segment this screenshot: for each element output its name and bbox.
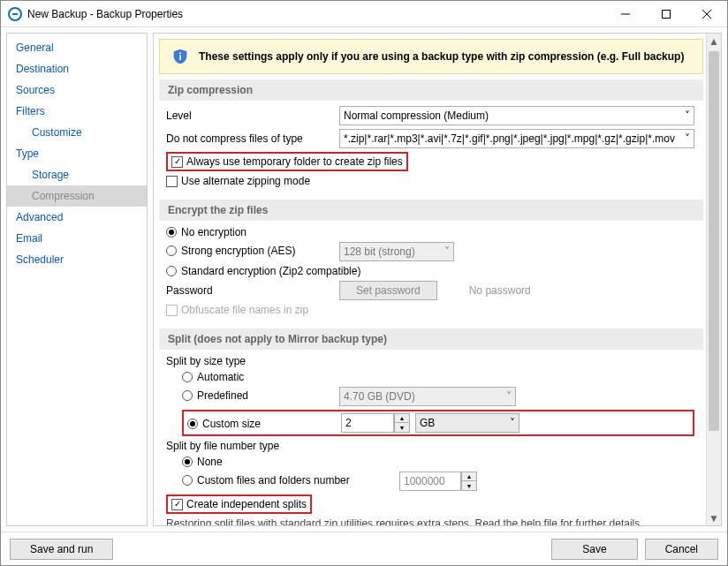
minimize-button[interactable] <box>605 1 646 27</box>
radio-icon <box>166 266 177 276</box>
predef-size-value: 4.70 GB (DVD) <box>344 390 415 403</box>
close-button[interactable] <box>686 1 727 27</box>
obfuscate-checkbox: Obfuscate file names in zip <box>166 304 308 316</box>
altmode-checkbox[interactable]: Use alternate zipping mode <box>166 175 310 187</box>
app-icon <box>8 7 22 21</box>
sidebar-item-advanced[interactable]: Advanced <box>7 207 147 228</box>
radio-icon <box>182 457 193 467</box>
footer: Save and run Save Cancel <box>1 532 727 565</box>
checkbox-icon <box>166 305 178 316</box>
custom-size-input[interactable] <box>341 413 394 433</box>
cancel-button[interactable]: Cancel <box>645 539 718 560</box>
split-custom-radio[interactable]: Custom size <box>187 418 261 430</box>
split-customfiles-radio[interactable]: Custom files and folders number <box>182 474 350 487</box>
encryption-none-label: No encryption <box>181 226 246 238</box>
sidebar-item-storage[interactable]: Storage <box>7 164 147 185</box>
predef-size-select: 4.70 GB (DVD) ˅ <box>339 387 516 406</box>
nocompress-value: *.zip|*.rar|*.mp3|*.avi|*.7z|*.gif|*.png… <box>344 132 675 145</box>
split-predef-label: Predefined <box>197 389 248 402</box>
nocompress-select[interactable]: *.zip|*.rar|*.mp3|*.avi|*.7z|*.gif|*.png… <box>339 129 694 148</box>
sidebar-item-destination[interactable]: Destination <box>7 58 147 79</box>
svg-rect-1 <box>12 13 18 15</box>
section-split-header: Split (does not apply to Mirror backup t… <box>159 328 703 350</box>
level-label: Level <box>166 109 334 122</box>
radio-icon <box>182 390 193 401</box>
indep-splits-label: Create independent splits <box>186 498 307 510</box>
svg-point-6 <box>179 52 181 54</box>
sidebar-item-compression[interactable]: Compression <box>7 185 147 207</box>
sidebar-item-scheduler[interactable]: Scheduler <box>7 249 147 270</box>
spin-down-icon[interactable]: ▼ <box>395 423 409 432</box>
sidebar-item-email[interactable]: Email <box>7 228 147 249</box>
titlebar: New Backup - Backup Properties <box>1 1 727 27</box>
split-none-label: None <box>197 456 223 468</box>
section-zip-header: Zip compression <box>159 79 703 101</box>
custom-size-spinner[interactable]: ▲▼ <box>341 413 410 433</box>
scroll-up-icon[interactable]: ▲ <box>707 34 721 49</box>
level-select[interactable]: Normal compression (Medium) ˅ <box>339 106 694 125</box>
split-auto-radio[interactable]: Automatic <box>182 371 244 383</box>
radio-icon <box>182 372 193 382</box>
chevron-down-icon: ˅ <box>444 245 450 258</box>
password-label: Password <box>166 284 334 297</box>
split-filenum-label: Split by file number type <box>166 440 694 452</box>
maximize-button[interactable] <box>646 1 686 27</box>
indep-splits-checkbox[interactable]: Create independent splits <box>171 498 307 510</box>
highlight-temp-folder: Always use temporary folder to create zi… <box>166 152 408 171</box>
split-customfiles-label: Custom files and folders number <box>197 474 350 487</box>
sidebar-item-general[interactable]: General <box>7 37 147 58</box>
custom-size-unit-select[interactable]: GB ˅ <box>415 413 519 433</box>
split-none-radio[interactable]: None <box>182 456 223 468</box>
altmode-label: Use alternate zipping mode <box>181 175 310 187</box>
encryption-aes-label: Strong encryption (AES) <box>181 245 295 257</box>
split-predef-radio[interactable]: Predefined <box>182 389 248 402</box>
chevron-down-icon: ˅ <box>510 417 515 429</box>
save-button[interactable]: Save <box>551 539 637 560</box>
split-custom-label: Custom size <box>202 418 261 430</box>
info-icon <box>172 49 188 64</box>
chevron-down-icon: ˅ <box>685 132 690 145</box>
checkbox-icon <box>171 156 183 168</box>
sidebar-item-customize[interactable]: Customize <box>7 122 147 143</box>
chevron-down-icon: ˅ <box>506 390 512 403</box>
set-password-button: Set password <box>339 281 437 300</box>
nocompress-label: Do not compress files of type <box>166 132 334 145</box>
split-note: Restoring split files with standard zip … <box>166 517 694 525</box>
scrollbar[interactable]: ▲ ▼ <box>706 34 721 525</box>
info-banner: These settings apply only if you are usi… <box>159 39 703 74</box>
customfiles-input <box>399 472 461 491</box>
sidebar-item-filters[interactable]: Filters <box>7 101 147 122</box>
save-and-run-button[interactable]: Save and run <box>10 539 113 560</box>
level-value: Normal compression (Medium) <box>344 109 489 122</box>
spin-up-icon[interactable]: ▲ <box>395 414 409 423</box>
checkbox-icon <box>166 176 178 187</box>
sidebar-item-sources[interactable]: Sources <box>7 79 147 101</box>
sidebar: General Destination Sources Filters Cust… <box>6 33 148 526</box>
customfiles-spinner: ▲▼ <box>399 472 477 491</box>
highlight-custom-size: Custom size ▲▼ GB ˅ <box>182 410 694 436</box>
encryption-none-radio[interactable]: No encryption <box>166 226 246 238</box>
temp-folder-checkbox[interactable]: Always use temporary folder to create zi… <box>171 155 403 168</box>
scrollbar-thumb[interactable] <box>709 51 719 431</box>
custom-size-unit-value: GB <box>420 417 435 429</box>
spin-up-icon: ▲ <box>462 472 476 481</box>
aes-bits-select: 128 bit (strong) ˅ <box>339 242 454 261</box>
window-title: New Backup - Backup Properties <box>27 8 605 20</box>
section-encrypt-header: Encrypt the zip files <box>159 200 703 221</box>
svg-rect-7 <box>179 55 181 60</box>
encryption-aes-radio[interactable]: Strong encryption (AES) <box>166 245 295 257</box>
radio-icon <box>187 419 198 429</box>
banner-text: These settings apply only if you are usi… <box>199 50 684 63</box>
encryption-zip2-label: Standard encryption (Zip2 compatible) <box>181 265 360 277</box>
scroll-down-icon[interactable]: ▼ <box>707 510 721 525</box>
split-auto-label: Automatic <box>197 371 244 383</box>
highlight-indep-splits: Create independent splits <box>166 494 312 514</box>
aes-bits-value: 128 bit (strong) <box>344 245 415 258</box>
radio-icon <box>182 475 193 486</box>
encryption-zip2-radio[interactable]: Standard encryption (Zip2 compatible) <box>166 265 360 277</box>
chevron-down-icon: ˅ <box>685 109 690 122</box>
sidebar-item-type[interactable]: Type <box>7 143 147 164</box>
spin-down-icon: ▼ <box>462 481 476 490</box>
split-size-label: Split by size type <box>166 355 694 367</box>
temp-folder-label: Always use temporary folder to create zi… <box>186 155 403 168</box>
